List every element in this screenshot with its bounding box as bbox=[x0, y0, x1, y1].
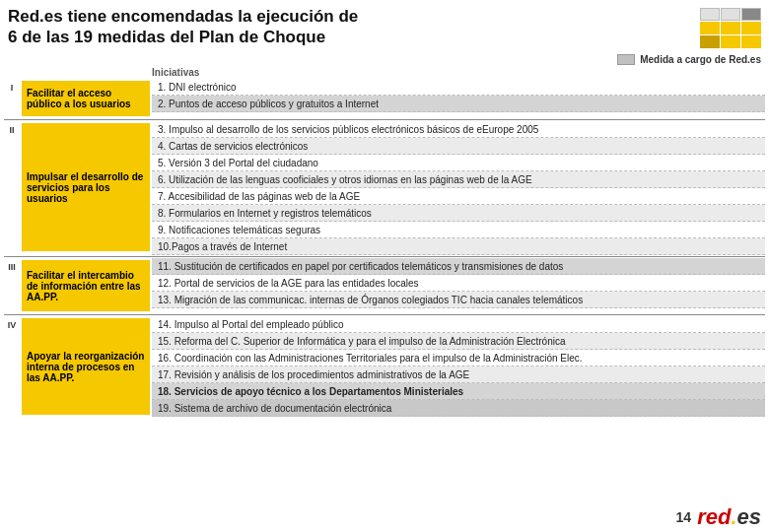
section-i: I Facilitar el acceso público a los usua… bbox=[4, 79, 765, 118]
initiatives-i: 1. DNI electrónico 2. Puntos de acceso p… bbox=[152, 79, 765, 118]
content-area: I Facilitar el acceso público a los usua… bbox=[0, 79, 769, 417]
logo-flag-area bbox=[700, 8, 761, 52]
roman-iii: III bbox=[4, 258, 20, 313]
init-row-2: 2. Puntos de acceso públicos y gratuitos… bbox=[152, 96, 765, 112]
flag-grid bbox=[700, 8, 761, 48]
redex-logo: red.es bbox=[697, 506, 761, 528]
footer: 14 red.es bbox=[676, 506, 761, 528]
init-ii-10: 10.Pagos a través de Internet bbox=[152, 238, 765, 255]
flag-cell-4 bbox=[700, 22, 720, 34]
roman-iv: IV bbox=[4, 316, 20, 417]
init-iii-12: 12. Portal de servicios de la AGE para l… bbox=[152, 275, 765, 292]
flag-cell-1 bbox=[700, 8, 720, 21]
legend-label: Medida a cargo de Red.es bbox=[640, 54, 761, 65]
initiatives-iv: 14. Impulso al Portal del empleado públi… bbox=[152, 316, 765, 417]
header-section: Red.es tiene encomendadas la ejecución d… bbox=[0, 0, 769, 54]
roman-i: I bbox=[4, 79, 20, 118]
section-ii: II Impulsar el desarrollo de servicios p… bbox=[4, 121, 765, 255]
init-iv-15: 15. Reforma del C. Superior de Informáti… bbox=[152, 333, 765, 350]
flag-cell-2 bbox=[721, 8, 740, 21]
logo-red-text: red bbox=[697, 506, 731, 528]
init-ii-3: 3. Impulso al desarrollo de los servicio… bbox=[152, 121, 765, 138]
init-iv-17: 17. Revisión y análisis de los procedimi… bbox=[152, 366, 765, 383]
section-iii: III Facilitar el intercambio de informac… bbox=[4, 258, 765, 313]
init-iv-18: 18. Servicios de apoyo técnico a los Dep… bbox=[152, 383, 765, 400]
init-iv-16: 16. Coordinación con las Administracione… bbox=[152, 350, 765, 366]
category-iv: Apoyar la reorganización interna de proc… bbox=[20, 316, 152, 417]
flag-cell-3 bbox=[741, 8, 761, 21]
flag-cell-5 bbox=[721, 22, 740, 34]
category-ii: Impulsar el desarrollo de servicios para… bbox=[20, 121, 152, 255]
legend-row: Medida a cargo de Red.es bbox=[0, 54, 769, 67]
init-iv-19: 19. Sistema de archivo de documentación … bbox=[152, 400, 765, 417]
init-ii-4: 4. Cartas de servicios electrónicos bbox=[152, 138, 765, 155]
initiatives-iii: 11. Sustitución de certificados en papel… bbox=[152, 258, 765, 313]
init-iii-13: 13. Migración de las communicac. interna… bbox=[152, 292, 765, 308]
init-ii-7: 7. Accesibilidad de las páginas web de l… bbox=[152, 188, 765, 205]
roman-ii: II bbox=[4, 121, 20, 255]
init-row-1: 1. DNI electrónico bbox=[152, 79, 765, 96]
divider-3 bbox=[4, 314, 765, 315]
flag-cell-6 bbox=[741, 22, 761, 34]
divider-1 bbox=[4, 119, 765, 120]
category-box-ii: Impulsar el desarrollo de servicios para… bbox=[22, 123, 150, 251]
category-iii: Facilitar el intercambio de información … bbox=[20, 258, 152, 313]
logo-es-text: es bbox=[737, 506, 761, 528]
init-ii-5: 5. Versión 3 del Portal del ciudadano bbox=[152, 155, 765, 171]
category-box-i: Facilitar el acceso público a los usuari… bbox=[22, 81, 150, 116]
legend-box bbox=[617, 54, 635, 65]
section-iv: IV Apoyar la reorganización interna de p… bbox=[4, 316, 765, 417]
initiatives-header-label: Iniciativas bbox=[152, 67, 199, 78]
initiatives-header-row: Iniciativas bbox=[0, 67, 769, 79]
flag-cell-7 bbox=[700, 35, 720, 48]
flag-cell-8 bbox=[721, 35, 740, 48]
initiatives-ii: 3. Impulso al desarrollo de los servicio… bbox=[152, 121, 765, 255]
init-ii-9: 9. Notificaciones telemáticas seguras bbox=[152, 222, 765, 238]
divider-2 bbox=[4, 256, 765, 257]
init-ii-8: 8. Formularios en Internet y registros t… bbox=[152, 205, 765, 222]
init-iii-11: 11. Sustitución de certificados en papel… bbox=[152, 258, 765, 275]
category-box-iv: Apoyar la reorganización interna de proc… bbox=[22, 318, 150, 415]
page-title: Red.es tiene encomendadas la ejecución d… bbox=[8, 6, 358, 48]
init-ii-6: 6. Utilización de las lenguas cooficiale… bbox=[152, 171, 765, 188]
page-number: 14 bbox=[676, 509, 692, 525]
category-i: Facilitar el acceso público a los usuari… bbox=[20, 79, 152, 118]
category-box-iii: Facilitar el intercambio de información … bbox=[22, 260, 150, 311]
init-iv-14: 14. Impulso al Portal del empleado públi… bbox=[152, 316, 765, 333]
flag-cell-9 bbox=[741, 35, 761, 48]
